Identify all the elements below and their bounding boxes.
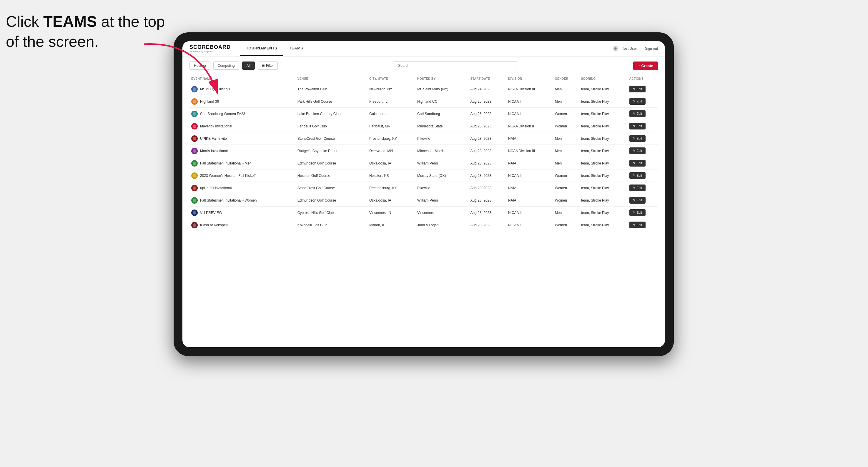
edit-button-10[interactable]: ✎ Edit: [629, 209, 646, 216]
table-row: 2023 Women's Hesston Fall Kickoff Hessto…: [189, 169, 658, 182]
cell-gender: Men: [553, 207, 579, 219]
team-icon: [191, 222, 198, 228]
filter-button[interactable]: ☰ Filter: [258, 62, 278, 70]
col-start-date: START DATE: [469, 75, 506, 83]
cell-venue: The Powelton Club: [296, 83, 368, 95]
cell-scoring: team, Stroke Play: [579, 95, 628, 108]
cell-venue: Kokopelli Golf Club: [296, 219, 368, 231]
table-row: MSMC Qualifying 1 The Powelton Club Newb…: [189, 83, 658, 95]
table-row: VU PREVIEW Cypress Hills Golf Club Vince…: [189, 207, 658, 219]
cell-start-date: Aug 28, 2023: [469, 157, 506, 169]
cell-hosted-by: Mt. Saint Mary (NY): [415, 83, 469, 95]
cell-event-name: Carl Sandburg Women FA23: [189, 108, 296, 120]
table-row: Highland 36 Park Hills Golf Course Freep…: [189, 95, 658, 108]
cell-hosted-by: Highland CC: [415, 95, 469, 108]
cell-venue: StoneCrest Golf Course: [296, 132, 368, 145]
team-icon: [191, 123, 198, 129]
edit-button-4[interactable]: ✎ Edit: [629, 135, 646, 142]
sign-out-link[interactable]: Sign out: [645, 46, 658, 51]
cell-city: Freeport, IL: [368, 95, 415, 108]
cell-division: NCAA Division III: [506, 83, 553, 95]
cell-division: NAIA: [506, 157, 553, 169]
tablet-screen: SCOREBOARD Powered by Clippit TOURNAMENT…: [182, 41, 665, 347]
cell-city: Prestonsburg, KY: [368, 182, 415, 194]
cell-gender: Men: [553, 157, 579, 169]
cell-venue: Hesston Golf Course: [296, 169, 368, 182]
col-hosted-by: HOSTED BY: [415, 75, 469, 83]
cell-city: Prestonsburg, KY: [368, 132, 415, 145]
edit-button-0[interactable]: ✎ Edit: [629, 86, 646, 92]
create-button[interactable]: + Create: [633, 62, 658, 70]
cell-event-name: Highland 36: [189, 95, 296, 108]
cell-event-name: 2023 Women's Hesston Fall Kickoff: [189, 169, 296, 182]
cell-actions: ✎ Edit: [628, 120, 658, 132]
edit-button-2[interactable]: ✎ Edit: [629, 111, 646, 117]
col-actions: ACTIONS: [628, 75, 658, 83]
edit-button-11[interactable]: ✎ Edit: [629, 222, 646, 228]
cell-venue: Cypress Hills Golf Club: [296, 207, 368, 219]
logo-text: SCOREBOARD: [189, 44, 231, 50]
edit-button-7[interactable]: ✎ Edit: [629, 172, 646, 179]
cell-start-date: Aug 25, 2023: [469, 95, 506, 108]
cell-start-date: Aug 28, 2023: [469, 194, 506, 207]
cell-hosted-by: William Penn: [415, 157, 469, 169]
cell-event-name: VU PREVIEW: [189, 207, 296, 219]
table-row: upike fall invitational StoneCrest Golf …: [189, 182, 658, 194]
navbar: SCOREBOARD Powered by Clippit TOURNAMENT…: [182, 41, 665, 57]
cell-division: NCAA Division II: [506, 120, 553, 132]
search-input[interactable]: [394, 61, 517, 70]
cell-hosted-by: Murray State (OK): [415, 169, 469, 182]
svg-point-9: [193, 186, 196, 190]
cell-actions: ✎ Edit: [628, 145, 658, 157]
edit-button-8[interactable]: ✎ Edit: [629, 185, 646, 191]
cell-gender: Women: [553, 169, 579, 182]
cell-event-name: Fall Statesmen Invitational - Women: [189, 194, 296, 207]
table-row: Klash at Kokopelli Kokopelli Golf Club M…: [189, 219, 658, 231]
cell-actions: ✎ Edit: [628, 83, 658, 95]
cell-start-date: Aug 24, 2023: [469, 83, 506, 95]
cell-actions: ✎ Edit: [628, 132, 658, 145]
cell-division: NICAA I: [506, 219, 553, 231]
team-icon: [191, 197, 198, 204]
cell-city: Newburgh, NY: [368, 83, 415, 95]
svg-point-7: [193, 161, 196, 165]
edit-button-5[interactable]: ✎ Edit: [629, 148, 646, 154]
cell-event-name: UPIKE Fall Invite: [189, 132, 296, 145]
cell-actions: ✎ Edit: [628, 207, 658, 219]
cell-actions: ✎ Edit: [628, 194, 658, 207]
edit-button-1[interactable]: ✎ Edit: [629, 98, 646, 105]
cell-scoring: team, Stroke Play: [579, 120, 628, 132]
hosting-filter[interactable]: Hosting: [189, 62, 210, 70]
edit-button-6[interactable]: ✎ Edit: [629, 160, 646, 166]
cell-city: Hesston, KS: [368, 169, 415, 182]
cell-actions: ✎ Edit: [628, 157, 658, 169]
cell-division: NAIA: [506, 132, 553, 145]
tab-teams[interactable]: TEAMS: [283, 41, 309, 56]
col-city-state: CITY, STATE: [368, 75, 415, 83]
cell-hosted-by: Vincennes: [415, 207, 469, 219]
svg-point-6: [193, 149, 196, 153]
team-icon: [191, 148, 198, 154]
edit-button-9[interactable]: ✎ Edit: [629, 197, 646, 204]
all-filter[interactable]: All: [242, 62, 255, 70]
team-icon: [191, 160, 198, 166]
table-row: Fall Statesmen Invitational - Men Edmund…: [189, 157, 658, 169]
tab-tournaments[interactable]: TOURNAMENTS: [240, 41, 283, 56]
team-icon: [191, 185, 198, 191]
settings-icon[interactable]: ⚙: [613, 45, 619, 52]
col-venue: VENUE: [296, 75, 368, 83]
cell-gender: Men: [553, 145, 579, 157]
edit-button-3[interactable]: ✎ Edit: [629, 123, 646, 129]
cell-venue: Faribault Golf Club: [296, 120, 368, 132]
cell-event-name: Morris Invitational: [189, 145, 296, 157]
competing-filter[interactable]: Competing: [213, 62, 239, 70]
nav-right: ⚙ Test User | Sign out: [613, 45, 658, 52]
cell-division: NAIA: [506, 194, 553, 207]
svg-point-12: [193, 223, 196, 227]
tournament-table: EVENT NAME VENUE CITY, STATE HOSTED BY S…: [189, 75, 658, 231]
cell-start-date: Aug 28, 2023: [469, 207, 506, 219]
cell-hosted-by: Pikeville: [415, 182, 469, 194]
cell-venue: Edmundson Golf Course: [296, 157, 368, 169]
svg-point-1: [193, 87, 196, 91]
cell-gender: Women: [553, 219, 579, 231]
